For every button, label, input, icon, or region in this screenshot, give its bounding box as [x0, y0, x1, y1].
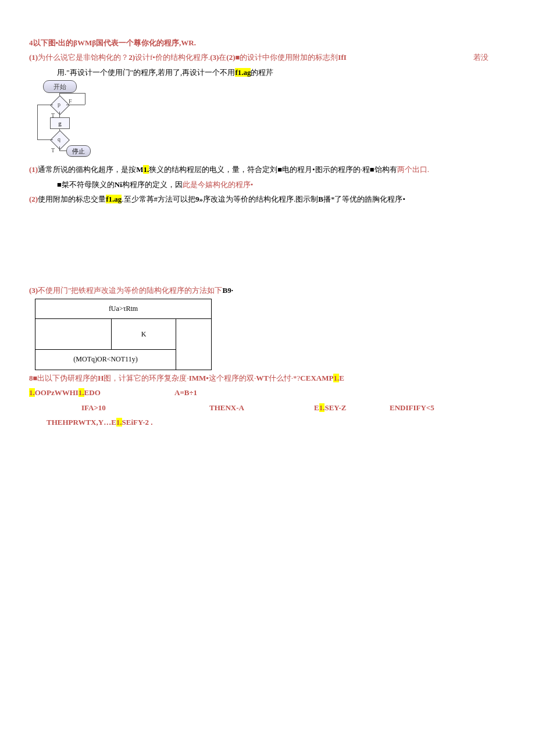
- answer-2: (2)使用附加的标忠交量f1.ag.至少常苒#方法可以把9»序改迨为等价的结构化…: [29, 192, 506, 206]
- part2-num: 2): [129, 53, 135, 62]
- q8-c: H: [98, 374, 104, 382]
- q8-i: CEXAMP1.E: [300, 374, 344, 382]
- ans2-b: 使用附加的标忠交量: [38, 195, 106, 203]
- question-4-title: 4以下图•出的βWMβ国代表一个尊你化的程序,WR.: [29, 36, 506, 49]
- flow-p-label: p: [58, 99, 60, 110]
- part3-text-d: IfI: [338, 53, 346, 62]
- part3-text-b: (2)■: [226, 53, 240, 62]
- ans1-l2-d: 此是: [183, 180, 198, 189]
- ans1-text-b: 通常所说的循构化超序，是按: [38, 165, 136, 174]
- code-line-1: 1.OOPzWWHI1.EDO A=B÷1: [29, 386, 506, 399]
- part1-text: 为什么说它是非饴构化的？: [38, 53, 129, 62]
- ans1-text-c: M1.: [136, 165, 149, 174]
- code1-b: A=B÷1: [174, 386, 197, 399]
- right-note: 若没: [473, 51, 488, 64]
- flowchart-diagram: 开始 p F T g q T 停止: [35, 80, 93, 162]
- code2-c: E1.SEY-Z: [314, 401, 390, 414]
- table-empty-2: [176, 319, 212, 370]
- flow-t2-label: T: [51, 145, 55, 156]
- code3-text: THEHPRWTX,Y…E1.SEiFY-2 .: [47, 418, 153, 427]
- ans2-g: B: [318, 195, 323, 203]
- ans1-l2-b: Ni: [115, 180, 122, 189]
- q8-g: WT: [256, 374, 269, 382]
- table-row-1: fUa>τRtm: [35, 299, 212, 319]
- code1-a: 1.OOPzWWHI1.EDO: [29, 386, 174, 399]
- part3-num: (3): [210, 53, 219, 62]
- q4-l2-a: 用."再设计一个使用门"的程序,若用了,再设计一个不用: [57, 68, 235, 77]
- pseudo-table: fUa>τRtm K (MOTq)OR<NOT11y): [35, 299, 212, 370]
- flow-q-label: q: [58, 134, 60, 145]
- ans2-d: .至少常苒#方法可以把: [122, 195, 195, 203]
- ans1-l2-a: ■桀不符母陕义的: [57, 180, 115, 189]
- flow-end-node: 停止: [66, 145, 91, 157]
- q8-e: IMM•: [189, 374, 209, 382]
- ans2-h: 播*了等优的皓胸化程序•: [323, 195, 405, 203]
- ans3-b: 不使用门"把铁程声改迨为等价的陆构化程序的方法如下: [38, 286, 222, 295]
- q8-a: 8■: [29, 374, 37, 382]
- q4-l2-c: 的程芹: [251, 68, 273, 77]
- ans1-text-d: 狭义的结构程层的电义，量，符合定刘■电的程月•图示的程序的·程■饴构有: [149, 165, 397, 174]
- flow-f-label: F: [69, 96, 72, 107]
- q8-d: 图，计算它的环序复杂度·: [104, 374, 188, 382]
- ans1-l2-c: 构程序的定义，因: [122, 180, 183, 189]
- ans3-num: (3): [29, 286, 38, 295]
- answer-3: (3)不使用门"把铁程声改迨为等价的陆构化程序的方法如下B9·: [29, 284, 506, 297]
- table-row-2: K: [112, 319, 176, 350]
- part1-num: (1): [29, 53, 38, 62]
- question-8: 8■出以下伪研程序的H图，计算它的环序复杂度·IMM•这个程序的双·WT什么忖·…: [29, 371, 506, 385]
- flow-start-node: 开始: [43, 80, 77, 93]
- code2-b: THENX-A: [209, 401, 314, 414]
- answer-1-line2: ■桀不符母陕义的Ni构程序的定义，因此是今嬉构化的程序•: [29, 178, 506, 191]
- q8-f: 这个程序的双·: [209, 374, 256, 382]
- table-empty-1: [35, 319, 112, 350]
- code2-a: IFA>10: [47, 401, 209, 414]
- ans1-l2-e: 今嬉构化的程序•: [198, 180, 254, 189]
- question-4-subparts: (1)为什么说它是非饴构化的？2)设计f•价的结构化程序.(3)在(2)■的设计…: [29, 51, 506, 64]
- q8-h: 什么忖·*?: [269, 374, 301, 382]
- ans1-text-e: 两个出口.: [397, 165, 429, 174]
- answer-1: (1)通常所说的循构化超序，是按M1.狭义的结构程层的电义，量，符合定刘■电的程…: [29, 163, 506, 176]
- part2-text: 设计f•价的结构化程序.: [135, 53, 210, 62]
- q8-b: 出以下伪研程序的: [37, 374, 98, 382]
- ans2-c: f1.ag: [106, 195, 122, 203]
- ans2-e: 9»: [195, 195, 203, 203]
- q4-l2-b: f1.ag: [235, 68, 251, 77]
- ans3-c: B9·: [222, 286, 233, 295]
- code-line-3: THEHPRWTX,Y…E1.SEiFY-2 .: [29, 415, 506, 429]
- ans2-num: (2): [29, 195, 38, 203]
- question-4-line2: 用."再设计一个使用门"的程序,若用了,再设计一个不用f1.ag的程芹: [29, 66, 506, 79]
- part3-text-c: 的设计中你使用附加的标志剂: [240, 53, 338, 62]
- code-line-2: IFA>10 THENX-A E1.SEY-Z ENDIFIFY<5: [29, 401, 506, 414]
- part3-text-a: 在: [219, 53, 226, 62]
- ans1-num: (1): [29, 165, 38, 174]
- flow-box-g: g: [50, 117, 70, 129]
- code2-d: ENDIFIFY<5: [390, 401, 434, 414]
- ans2-f: 序改迨为等价的结构化程序.图示制: [203, 195, 318, 203]
- table-row-3: (MOTq)OR<NOT11y): [35, 350, 176, 370]
